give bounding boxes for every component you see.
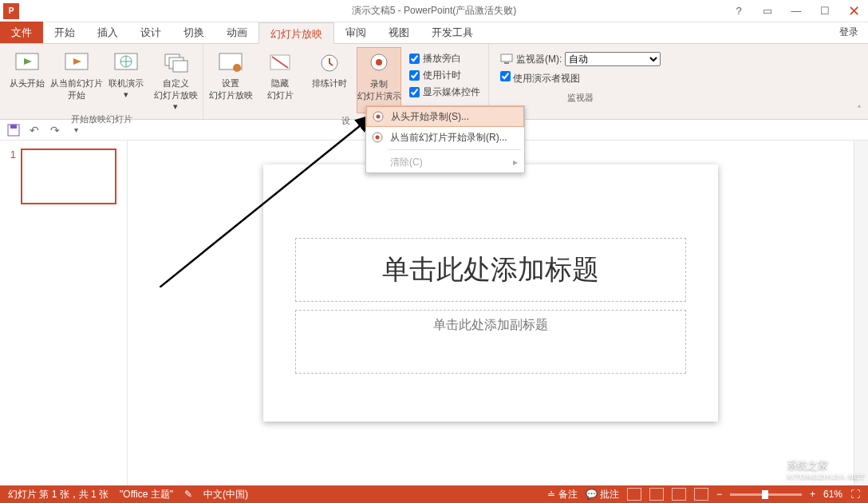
help-icon[interactable]: ? <box>724 0 753 22</box>
slide[interactable]: 单击此处添加标题 单击此处添加副标题 <box>263 164 718 422</box>
svg-point-10 <box>233 64 241 72</box>
svg-rect-19 <box>10 125 17 129</box>
tab-design[interactable]: 设计 <box>129 22 172 43</box>
thumbnail-pane[interactable]: 1 <box>0 141 128 485</box>
record-small-icon <box>372 110 385 123</box>
tab-developer[interactable]: 开发工具 <box>420 22 484 43</box>
ribbon-options-icon[interactable]: ▭ <box>753 0 782 22</box>
record-slideshow-button[interactable]: 录制 幻灯片演示 ▾ <box>357 47 401 113</box>
setup-icon <box>218 50 243 76</box>
monitor-icon <box>500 53 513 65</box>
normal-view-icon[interactable] <box>627 488 641 501</box>
record-icon <box>366 51 392 77</box>
record-small-icon <box>371 131 384 144</box>
watermark-logo-icon <box>750 457 782 482</box>
group-label-setup: 设 <box>341 115 350 127</box>
svg-point-23 <box>376 136 380 140</box>
tab-animation[interactable]: 动画 <box>215 22 258 43</box>
redo-icon[interactable]: ↷ <box>48 123 62 137</box>
media-controls-checkbox[interactable]: 显示媒体控件 <box>409 85 480 99</box>
present-online-button[interactable]: 联机演示 ▾ <box>104 47 148 100</box>
sorter-view-icon[interactable] <box>649 488 664 501</box>
record-from-current-item[interactable]: 从当前幻灯片开始录制(R)... <box>366 127 524 148</box>
fit-to-window-icon[interactable]: ⛶ <box>850 489 860 500</box>
svg-rect-17 <box>504 62 509 64</box>
presenter-view-checkbox[interactable]: 使用演示者视图 <box>500 71 661 85</box>
login-link[interactable]: 登录 <box>839 22 858 43</box>
subtitle-placeholder[interactable]: 单击此处添加副标题 <box>295 310 686 374</box>
tab-insert[interactable]: 插入 <box>86 22 129 43</box>
tab-home[interactable]: 开始 <box>43 22 86 43</box>
rehearse-timings-button[interactable]: 排练计时 <box>307 47 352 89</box>
save-icon[interactable] <box>6 123 21 137</box>
maximize-icon[interactable]: ☐ <box>811 0 839 22</box>
clock-icon <box>317 50 342 76</box>
monitor-select[interactable]: 自动 <box>565 52 661 66</box>
zoom-slider[interactable] <box>730 493 802 496</box>
group-label-monitor: 监视器 <box>567 92 594 104</box>
vertical-scrollbar[interactable] <box>854 141 868 485</box>
from-beginning-button[interactable]: 从头开始 <box>5 47 49 89</box>
svg-rect-8 <box>173 61 187 72</box>
svg-point-15 <box>376 59 382 65</box>
comments-button[interactable]: 💬 批注 <box>586 488 619 501</box>
svg-rect-16 <box>501 54 512 61</box>
zoom-percent[interactable]: 61% <box>823 489 842 500</box>
tab-file[interactable]: 文件 <box>0 22 43 43</box>
globe-play-icon <box>113 50 139 76</box>
window-title: 演示文稿5 - PowerPoint(产品激活失败) <box>352 4 517 18</box>
slide-count-status: 幻灯片 第 1 张，共 1 张 <box>8 488 108 501</box>
play-from-current-icon <box>64 50 89 76</box>
language-status[interactable]: 中文(中国) <box>203 488 248 501</box>
tab-slideshow[interactable]: 幻灯片放映 <box>258 22 334 44</box>
zoom-out-button[interactable]: − <box>716 489 722 500</box>
spellcheck-icon[interactable]: ✎ <box>184 489 192 500</box>
slideshow-view-icon[interactable] <box>694 488 708 501</box>
clear-recordings-item: 清除(C)▸ <box>366 152 524 172</box>
close-icon[interactable]: ✕ <box>839 0 868 22</box>
collapse-ribbon-icon[interactable]: ˄ <box>857 105 862 116</box>
monitor-label: 监视器(M): <box>516 53 562 66</box>
custom-slideshow-button[interactable]: 自定义 幻灯片放映 ▾ <box>153 47 198 112</box>
tab-review[interactable]: 审阅 <box>334 22 377 43</box>
undo-icon[interactable]: ↶ <box>27 123 41 137</box>
custom-show-icon <box>163 50 188 76</box>
notes-button[interactable]: ≐ 备注 <box>547 488 577 501</box>
minimize-icon[interactable]: — <box>782 0 811 22</box>
svg-point-21 <box>377 115 381 119</box>
app-icon: P <box>3 3 19 19</box>
group-label-start: 开始放映幻灯片 <box>71 113 132 125</box>
reading-view-icon[interactable] <box>672 488 686 501</box>
hide-slide-icon <box>267 50 293 76</box>
watermark: 系统之家 XITONGZHIJIA.NET <box>750 457 865 482</box>
zoom-in-button[interactable]: + <box>810 489 815 500</box>
record-from-start-item[interactable]: 从头开始录制(S)... <box>366 106 524 127</box>
from-current-button[interactable]: 从当前幻灯片 开始 <box>54 47 99 101</box>
play-from-start-icon <box>14 50 40 76</box>
tab-view[interactable]: 视图 <box>377 22 420 43</box>
hide-slide-button[interactable]: 隐藏 幻灯片 <box>258 47 302 101</box>
timings-checkbox[interactable]: 使用计时 <box>409 69 480 82</box>
theme-status: "Office 主题" <box>120 488 173 501</box>
setup-slideshow-button[interactable]: 设置 幻灯片放映 <box>208 47 253 101</box>
slide-number: 1 <box>8 149 16 204</box>
tab-transition[interactable]: 切换 <box>172 22 215 43</box>
title-placeholder[interactable]: 单击此处添加标题 <box>295 238 686 302</box>
slide-thumbnail[interactable]: 1 <box>8 149 119 204</box>
record-dropdown: 从头开始录制(S)... 从当前幻灯片开始录制(R)... 清除(C)▸ <box>365 105 525 173</box>
narration-checkbox[interactable]: 播放旁白 <box>409 52 480 65</box>
slide-canvas[interactable]: 单击此处添加标题 单击此处添加副标题 <box>128 141 854 485</box>
